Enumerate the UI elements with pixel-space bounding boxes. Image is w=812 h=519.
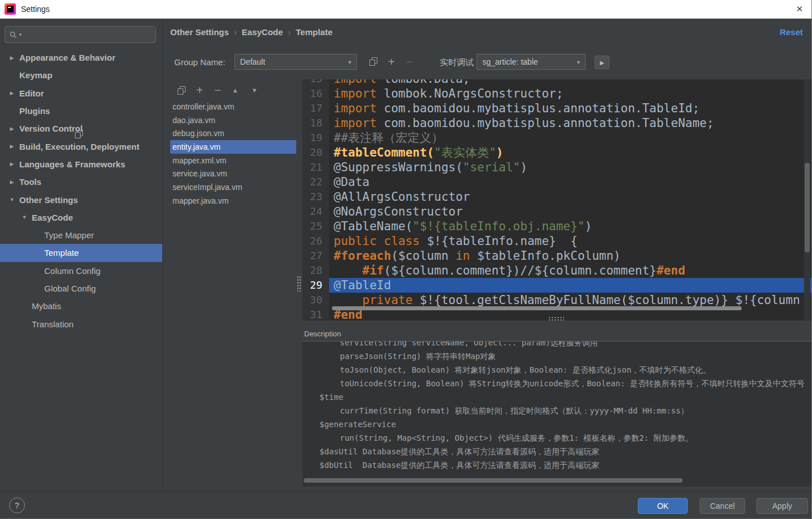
sidebar-item-label: Build, Execution, Deployment bbox=[19, 142, 140, 151]
chevron-right-icon[interactable]: ▶ bbox=[8, 144, 16, 149]
group-name-label: Group Name: bbox=[174, 57, 225, 67]
template-file-serviceimpl-java-vm[interactable]: serviceImpl.java.vm bbox=[170, 180, 296, 194]
sidebar-item-languages-frameworks[interactable]: ▶Languages & Frameworks bbox=[0, 155, 162, 173]
chevron-right-icon[interactable]: ▶ bbox=[8, 179, 16, 185]
chevron-right-icon[interactable]: ▶ bbox=[8, 90, 16, 96]
horizontal-splitter-handle[interactable] bbox=[548, 317, 564, 321]
code-line-29[interactable]: 29@TableId bbox=[302, 278, 812, 293]
template-file-mapper-java-vm[interactable]: mapper.java.vm bbox=[170, 194, 296, 208]
sidebar-item-build-execution-deployment[interactable]: ▶Build, Execution, Deployment bbox=[0, 137, 162, 155]
remove-template-button[interactable]: − bbox=[214, 85, 221, 96]
sidebar-item-tools[interactable]: ▶Tools bbox=[0, 173, 162, 191]
copy-template-button[interactable] bbox=[178, 86, 186, 96]
move-up-icon[interactable]: ▲ bbox=[232, 87, 238, 94]
code-text: @TableId bbox=[329, 278, 812, 293]
template-file-service-java-vm[interactable]: service.java.vm bbox=[170, 167, 296, 180]
code-line-19[interactable]: 19##表注释（宏定义） bbox=[302, 130, 812, 145]
reset-link[interactable]: Reset bbox=[780, 27, 803, 37]
template-editor[interactable]: 15import lombok.Data;16import lombok.NoA… bbox=[302, 79, 812, 320]
chevron-right-icon[interactable]: ▶ bbox=[8, 161, 16, 167]
breadcrumb-separator: › bbox=[234, 28, 237, 37]
add-template-button[interactable]: + bbox=[196, 85, 203, 96]
code-line-27[interactable]: 27#foreach($column in $tableInfo.pkColum… bbox=[302, 248, 812, 263]
cancel-button[interactable]: Cancel bbox=[700, 498, 745, 514]
template-file-debug-json-vm[interactable]: debug.json.vm bbox=[170, 126, 296, 140]
template-file-dao-java-vm[interactable]: dao.java.vm bbox=[170, 113, 296, 127]
sidebar-item-editor[interactable]: ▶Editor bbox=[0, 85, 162, 102]
chevron-down-icon[interactable]: ▼ bbox=[20, 214, 28, 220]
sidebar-item-column-config[interactable]: Column Config bbox=[0, 262, 162, 280]
intellij-logo-icon bbox=[5, 3, 16, 15]
move-down-icon[interactable]: ▼ bbox=[251, 87, 258, 94]
run-debug-button[interactable]: ▶ bbox=[595, 56, 609, 69]
sidebar-item-version-control[interactable]: ▶Version Control bbox=[0, 120, 162, 137]
code-line-23[interactable]: 23@AllArgsConstructor bbox=[302, 189, 812, 204]
code-line-20[interactable]: 20#tableComment("表实体类") bbox=[302, 145, 812, 160]
breadcrumb-item-template[interactable]: Template bbox=[296, 27, 333, 37]
sidebar-item-label: Keymap bbox=[19, 70, 52, 80]
template-file-mapper-xml-vm[interactable]: mapper.xml.vm bbox=[170, 154, 296, 167]
description-panel: service(String serviceName, Object... pa… bbox=[302, 341, 812, 487]
template-file-controller-java-vm[interactable]: controller.java.vm bbox=[170, 100, 296, 113]
sidebar-item-plugins[interactable]: Plugins bbox=[0, 102, 162, 120]
apply-button[interactable]: Apply bbox=[756, 498, 808, 514]
chevron-down-icon[interactable]: ▼ bbox=[8, 197, 16, 202]
sidebar-item-easycode[interactable]: ▼EasyCode bbox=[0, 209, 162, 226]
breadcrumb-item-other-settings[interactable]: Other Settings bbox=[170, 27, 229, 37]
sidebar-item-translation[interactable]: Translation bbox=[0, 315, 162, 332]
add-group-button[interactable]: + bbox=[388, 56, 395, 67]
code-line-22[interactable]: 22@Data bbox=[302, 175, 812, 189]
sidebar-item-global-config[interactable]: Global Config bbox=[0, 280, 162, 297]
group-name-select[interactable]: Default ▼ bbox=[234, 54, 357, 70]
copy-group-button[interactable] bbox=[369, 57, 377, 67]
code-line-21[interactable]: 21@SuppressWarnings("serial") bbox=[302, 160, 812, 175]
search-input[interactable] bbox=[26, 29, 151, 40]
description-line-5: currTime(String format) 获取当前时间，指定时间格式（默认… bbox=[302, 404, 812, 417]
code-line-18[interactable]: 18import com.baomidou.mybatisplus.annota… bbox=[302, 116, 812, 130]
code-line-26[interactable]: 26public class $!{tableInfo.name} { bbox=[302, 234, 812, 248]
code-line-25[interactable]: 25@TableName("$!{tableInfo.obj.name}") bbox=[302, 219, 812, 234]
line-number: 29 bbox=[302, 278, 329, 293]
sidebar-item-other-settings[interactable]: ▼Other Settings bbox=[0, 191, 162, 208]
sidebar-item-label: Editor bbox=[19, 88, 44, 98]
code-line-15[interactable]: 15import lombok.Data; bbox=[302, 79, 812, 86]
template-file-list: controller.java.vmdao.java.vmdebug.json.… bbox=[170, 100, 296, 208]
line-number: 19 bbox=[302, 130, 329, 145]
sidebar-item-label: Version Control bbox=[19, 124, 83, 133]
code-text: ##表注释（宏定义） bbox=[329, 130, 812, 145]
chevron-down-icon: ▼ bbox=[18, 32, 23, 37]
template-file-entity-java-vm[interactable]: entity.java.vm bbox=[170, 140, 296, 154]
chevron-right-icon[interactable]: ▶ bbox=[8, 55, 16, 61]
editor-horizontal-scrollbar-thumb[interactable] bbox=[332, 306, 742, 310]
sidebar-item-appearance-behavior[interactable]: ▶Appearance & Behavior bbox=[0, 49, 162, 66]
ok-button[interactable]: OK bbox=[638, 498, 688, 514]
sidebar-item-template[interactable]: Template bbox=[0, 244, 162, 261]
settings-search-box[interactable]: ▼ bbox=[5, 26, 156, 43]
code-line-28[interactable]: 28 #if(${column.comment})//${column.comm… bbox=[302, 263, 812, 278]
line-number: 26 bbox=[302, 234, 329, 248]
line-number: 31 bbox=[302, 307, 329, 320]
sidebar-item-label: Column Config bbox=[44, 266, 100, 276]
editor-vertical-scrollbar-thumb[interactable] bbox=[805, 163, 810, 252]
debug-table-select[interactable]: sg_article: table ▼ bbox=[477, 54, 586, 70]
code-line-24[interactable]: 24@NoArgsConstructor bbox=[302, 204, 812, 219]
code-line-17[interactable]: 17import com.baomidou.mybatisplus.annota… bbox=[302, 101, 812, 116]
group-name-value: Default bbox=[240, 57, 265, 66]
copy-icon[interactable] bbox=[75, 130, 83, 138]
settings-window: Settings ✕ ▼ ▶Appearance & BehaviorKeyma… bbox=[0, 0, 812, 519]
code-line-30[interactable]: 30 private $!{tool.getClsNameByFullName(… bbox=[302, 293, 812, 307]
close-icon[interactable]: ✕ bbox=[787, 0, 812, 18]
sidebar-item-type-mapper[interactable]: Type Mapper bbox=[0, 226, 162, 244]
code-line-16[interactable]: 16import lombok.NoArgsConstructor; bbox=[302, 86, 812, 101]
description-line-8: $dasUtil Database提供的工具类，具体可方法请查看源码，适用于高端… bbox=[302, 445, 812, 458]
sidebar-item-keymap[interactable]: Keymap bbox=[0, 66, 162, 84]
chevron-right-icon[interactable]: ▶ bbox=[8, 126, 16, 132]
description-horizontal-scrollbar-thumb[interactable] bbox=[304, 478, 683, 483]
debug-table-value: sg_article: table bbox=[482, 57, 538, 66]
line-number: 17 bbox=[302, 101, 329, 116]
sidebar-item-mybatis[interactable]: Mybatis bbox=[0, 297, 162, 315]
remove-group-button[interactable]: − bbox=[406, 56, 413, 67]
vertical-splitter-handle[interactable] bbox=[297, 276, 301, 292]
breadcrumb-item-easycode[interactable]: EasyCode bbox=[242, 27, 283, 37]
help-button[interactable]: ? bbox=[9, 497, 25, 513]
